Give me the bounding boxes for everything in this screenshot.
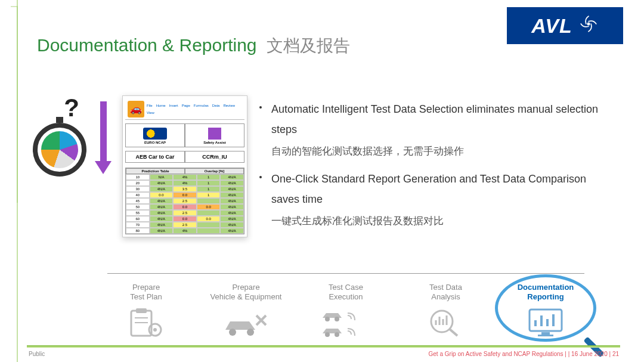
slide-title: Documentation & Reporting 文档及报告 bbox=[37, 35, 350, 57]
accent-left-line-2 bbox=[11, 6, 18, 203]
ribbon-tabs: FileHomeInsertPageFormulasDataReviewView bbox=[147, 104, 242, 115]
car-tools-icon bbox=[202, 305, 291, 338]
svg-point-12 bbox=[335, 332, 339, 337]
footer-left: Public bbox=[29, 351, 45, 357]
wf1-l1: Prepare bbox=[132, 283, 160, 292]
wf-step-1: PrepareTest Plan bbox=[101, 283, 191, 339]
bullet-dot-icon bbox=[259, 106, 262, 109]
footer-right: Get a Grip on Active Safety and NCAP Reg… bbox=[429, 351, 619, 357]
svg-point-10 bbox=[335, 317, 339, 321]
bullet-2-zh: 一键式生成标准化测试报告及数据对比 bbox=[271, 212, 611, 231]
bullet-1: Automatic Intelligent Test Data Selectio… bbox=[259, 99, 611, 140]
wf3-l2: Execution bbox=[329, 292, 363, 301]
wf2-l2: Vehicle & Equipment bbox=[210, 292, 282, 301]
avl-logo: AVL bbox=[507, 7, 623, 44]
bullet-1-en: Automatic Intelligent Test Data Selectio… bbox=[271, 99, 611, 140]
safety-cell: Safety Assist bbox=[185, 123, 244, 147]
bullet-dot-icon bbox=[259, 176, 262, 178]
euro-ncap-logo-icon bbox=[143, 128, 167, 140]
bullet-2-en: One-Click Standard Report Generation and… bbox=[271, 169, 611, 209]
prediction-table: Prediction TableOverlap [%] 10N/A4%14N/A… bbox=[125, 168, 244, 234]
wf-step-4: Test DataAnalysis bbox=[401, 283, 491, 339]
monitor-chart-icon bbox=[501, 305, 590, 338]
chart-magnifier-icon bbox=[401, 305, 491, 338]
wf4-l1: Test Data bbox=[429, 283, 462, 292]
wf3-l1: Test Case bbox=[329, 283, 363, 292]
title-english: Documentation & Reporting bbox=[37, 35, 257, 55]
bullets: Automatic Intelligent Test Data Selectio… bbox=[259, 95, 611, 238]
wf-step-3: Test CaseExecution bbox=[301, 283, 391, 339]
logo-swirl-icon bbox=[578, 14, 599, 38]
safety-text: Safety Assist bbox=[187, 141, 243, 144]
safety-assist-icon bbox=[208, 128, 221, 140]
cars-signal-icon bbox=[301, 305, 391, 338]
svg-point-6 bbox=[153, 328, 157, 332]
header-ccrm: CCRm_IU bbox=[185, 151, 244, 163]
wf5-l1: Documentation bbox=[518, 283, 574, 292]
arrow-down-icon bbox=[100, 101, 112, 174]
clipboard-cog-icon bbox=[101, 305, 191, 338]
stopwatch-graphic: ? bbox=[33, 95, 110, 238]
wf2-l1: Prepare bbox=[232, 283, 259, 292]
bullet-2: One-Click Standard Report Generation and… bbox=[259, 169, 611, 209]
header-aeb: AEB Car to Car bbox=[125, 151, 185, 163]
app-screenshot: 🚗 FileHomeInsertPageFormulasDataReviewVi… bbox=[122, 95, 247, 238]
content-row: ? 🚗 FileHomeInsertPageFormulasDataReview… bbox=[33, 95, 611, 238]
footer-line bbox=[27, 345, 620, 348]
svg-point-9 bbox=[325, 317, 330, 321]
svg-rect-17 bbox=[538, 335, 553, 336]
bullet-1-zh: 自动的智能化测试数据选择，无需手动操作 bbox=[271, 142, 611, 161]
title-chinese: 文档及报告 bbox=[267, 35, 350, 57]
tbl-h2: Overlap [%] bbox=[185, 168, 244, 174]
wf1-l2: Test Plan bbox=[130, 292, 162, 301]
wf-step-2: PrepareVehicle & Equipment bbox=[202, 283, 291, 339]
app-icon: 🚗 bbox=[128, 101, 144, 117]
stopwatch-icon bbox=[33, 123, 86, 177]
wf-step-5-active: DocumentationReporting bbox=[501, 283, 590, 339]
wf4-l2: Analysis bbox=[431, 292, 460, 301]
svg-rect-16 bbox=[541, 332, 550, 335]
workflow-divider bbox=[107, 273, 584, 274]
slide: AVL Documentation & Reporting 文档及报告 ? 🚗 … bbox=[0, 0, 644, 362]
logo-text: AVL bbox=[531, 14, 572, 38]
svg-line-14 bbox=[449, 329, 457, 336]
svg-point-0 bbox=[587, 22, 590, 25]
svg-point-7 bbox=[229, 329, 236, 336]
ncap-text: EURO NCAP bbox=[127, 141, 183, 144]
tbl-h1: Prediction Table bbox=[126, 168, 185, 174]
workflow-row: PrepareTest Plan PrepareVehicle & Equipm… bbox=[101, 283, 590, 339]
svg-point-11 bbox=[325, 332, 330, 337]
svg-point-8 bbox=[247, 329, 254, 336]
question-mark-icon: ? bbox=[33, 95, 110, 120]
wf5-l2: Reporting bbox=[527, 292, 564, 301]
svg-rect-2 bbox=[136, 308, 147, 313]
ncap-cell: EURO NCAP bbox=[125, 123, 185, 147]
ribbon-bar: 🚗 FileHomeInsertPageFormulasDataReviewVi… bbox=[125, 98, 244, 120]
